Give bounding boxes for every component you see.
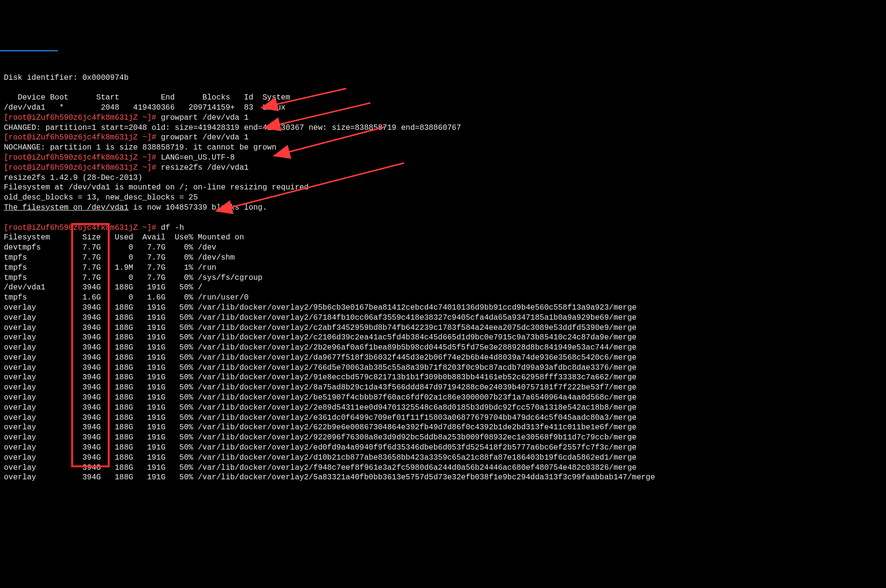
prompt-line-4[interactable]: [root@iZuf6h590z6jc4fk8m631jZ ~]# resize… <box>4 163 249 172</box>
cmd-growpart-2: growpart /dev/vda 1 <box>161 133 248 142</box>
partition-table-row: /dev/vda1 * 2048 419430366 209714159+ 83… <box>4 103 286 112</box>
resize2fs-line-3: The filesystem on /dev/vda1 is now 10485… <box>4 203 267 212</box>
prompt-line-2[interactable]: [root@iZuf6h590z6jc4fk8m631jZ ~]# growpa… <box>4 133 249 142</box>
window-top-strip <box>0 50 886 51</box>
disk-identifier-line: Disk identifier: 0x0000974b <box>4 74 128 82</box>
prompt-line-1[interactable]: [root@iZuf6h590z6jc4fk8m631jZ ~]# growpa… <box>4 113 249 122</box>
terminal-output: Disk identifier: 0x0000974b Device Boot … <box>0 50 886 588</box>
prompt-line-3[interactable]: [root@iZuf6h590z6jc4fk8m631jZ ~]# LANG=e… <box>4 153 235 162</box>
cmd-lang: LANG=en_US.UTF-8 <box>161 153 235 162</box>
df-output-block: Filesystem Size Used Avail Use% Mounted … <box>4 233 655 482</box>
cmd-growpart-1: growpart /dev/vda 1 <box>161 113 248 122</box>
resize2fs-version: resize2fs 1.42.9 (28-Dec-2013) <box>4 174 142 182</box>
resize2fs-line-1: Filesystem at /dev/vda1 is mounted on /;… <box>4 183 309 192</box>
cmd-resize2fs: resize2fs /dev/vda1 <box>161 163 248 172</box>
prompt-line-5[interactable]: [root@iZuf6h590z6jc4fk8m631jZ ~]# df -h <box>4 224 184 232</box>
partition-table-header: Device Boot Start End Blocks Id System <box>4 93 290 102</box>
resize2fs-line-2: old_desc_blocks = 13, new_desc_blocks = … <box>4 193 198 202</box>
output-changed: CHANGED: partition=1 start=2048 old: siz… <box>4 124 461 132</box>
cmd-df: df -h <box>161 224 184 232</box>
output-nochange: NOCHANGE: partition 1 is size 838858719.… <box>4 143 277 152</box>
